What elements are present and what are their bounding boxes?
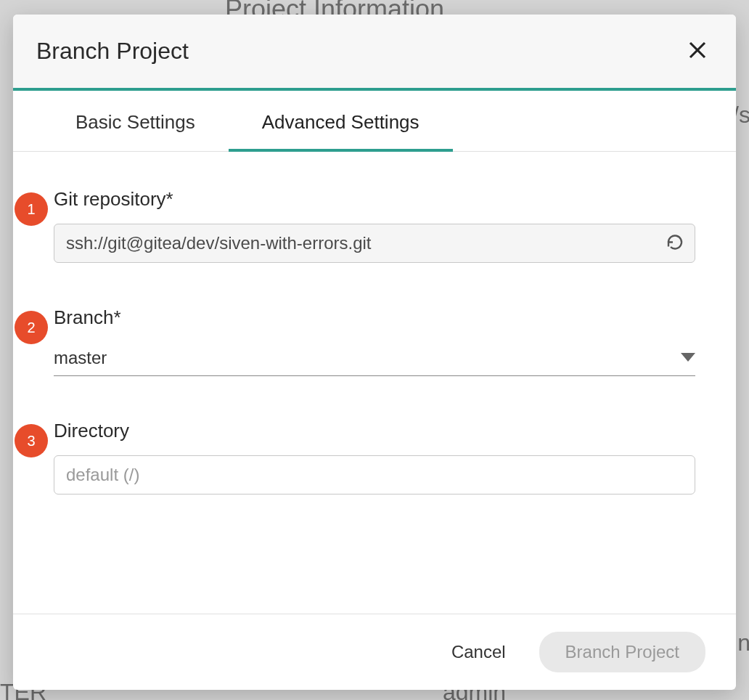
- branch-select[interactable]: master: [54, 342, 695, 376]
- tab-advanced-settings[interactable]: Advanced Settings: [229, 91, 453, 151]
- branch-select-value: master: [54, 348, 107, 368]
- step-badge-1: 1: [15, 192, 48, 226]
- git-repository-input[interactable]: [54, 224, 695, 263]
- branch-project-modal: Branch Project Basic Settings Advanced S…: [13, 15, 736, 690]
- refresh-button[interactable]: [663, 231, 687, 256]
- directory-group: 3 Directory: [54, 420, 695, 495]
- modal-header: Branch Project: [13, 15, 736, 91]
- step-badge-2: 2: [15, 311, 48, 344]
- git-repository-label: Git repository*: [54, 188, 695, 211]
- branch-project-button[interactable]: Branch Project: [539, 632, 705, 672]
- close-icon: [687, 39, 708, 63]
- git-repository-group: 1 Git repository*: [54, 188, 695, 263]
- close-button[interactable]: [682, 35, 713, 68]
- directory-input-wrapper: [54, 455, 695, 495]
- cancel-button[interactable]: Cancel: [443, 635, 515, 670]
- backdrop-n-text: n: [737, 630, 749, 656]
- branch-label: Branch*: [54, 306, 695, 329]
- modal-body: 1 Git repository* 2 Branch* master: [13, 152, 736, 614]
- git-repository-input-wrapper: [54, 224, 695, 263]
- modal-title: Branch Project: [36, 38, 189, 65]
- svg-marker-2: [681, 353, 695, 362]
- chevron-down-icon: [681, 351, 695, 365]
- directory-label: Directory: [54, 420, 695, 442]
- modal-footer: Cancel Branch Project: [13, 614, 736, 690]
- refresh-icon: [666, 234, 684, 253]
- tab-basic-settings[interactable]: Basic Settings: [42, 91, 229, 151]
- directory-input[interactable]: [54, 455, 695, 495]
- tab-bar: Basic Settings Advanced Settings: [13, 91, 736, 152]
- step-badge-3: 3: [15, 424, 48, 457]
- branch-group: 2 Branch* master: [54, 306, 695, 376]
